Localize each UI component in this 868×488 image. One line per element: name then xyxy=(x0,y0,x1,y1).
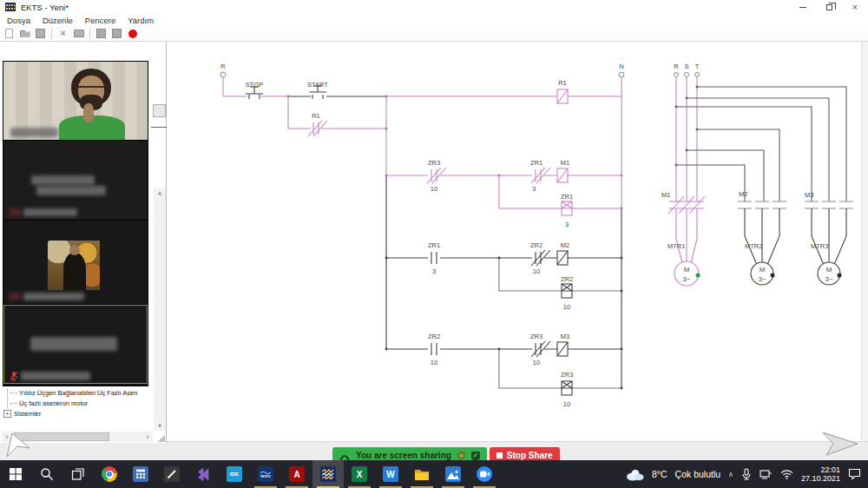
panel-collapse-button[interactable] xyxy=(153,104,166,117)
clock-date: 27.10.2021 xyxy=(801,474,840,483)
participant-name-redacted xyxy=(23,208,77,216)
taskbar-calculator[interactable] xyxy=(125,460,156,488)
panel-resize-grip[interactable] xyxy=(155,432,165,442)
print-icon xyxy=(74,30,84,37)
task-view-icon xyxy=(71,467,85,481)
close-button[interactable]: × xyxy=(842,0,868,14)
excel-icon: X xyxy=(352,466,367,482)
run-record-icon xyxy=(128,30,137,38)
festo-icon: FESTO xyxy=(258,466,273,482)
component-tree: Yıldız Üçgen Bağlanabilen Üç Fazlı Asen … xyxy=(3,387,153,419)
mic-muted-icon xyxy=(10,371,18,381)
video-tile-active-speaker[interactable] xyxy=(3,305,148,384)
open-folder-icon xyxy=(20,30,30,37)
search-icon xyxy=(40,467,54,481)
annotation-icon[interactable] xyxy=(457,452,465,459)
taskbar-zoom[interactable] xyxy=(469,460,500,488)
menu-pencere[interactable]: Pencere xyxy=(85,16,115,25)
menu-dosya[interactable]: Dosya xyxy=(7,16,30,25)
ide-icon: IDE xyxy=(227,466,242,482)
weather-condition[interactable]: Çok bulutlu xyxy=(675,469,721,479)
zoom-icon xyxy=(477,466,492,482)
microphone-icon[interactable] xyxy=(741,468,752,480)
taskbar-festo[interactable]: FESTO xyxy=(250,460,281,488)
stop-share-label: Stop Share xyxy=(507,451,553,460)
taskbar-file-explorer[interactable] xyxy=(406,460,437,488)
taskbar-ekts-active[interactable] xyxy=(312,460,344,488)
stop-sim-button[interactable] xyxy=(110,28,123,40)
tray-chevron-icon[interactable]: ∧ xyxy=(728,471,733,478)
scroll-down-arrow[interactable]: ∨ xyxy=(154,419,166,431)
panel-vertical-scrollbar[interactable]: ∧ ∨ xyxy=(154,188,166,431)
taskbar: IDE FESTO A xyxy=(0,460,868,488)
open-file-button[interactable] xyxy=(18,28,31,40)
mic-muted-redacted xyxy=(9,293,21,300)
new-file-icon xyxy=(5,29,13,38)
wifi-icon[interactable] xyxy=(780,469,793,479)
tree-item-sistemler[interactable]: + Sistemler xyxy=(3,408,153,419)
menu-duzenle[interactable]: Düzenle xyxy=(43,16,73,25)
acrobat-icon: A xyxy=(289,466,305,482)
phone-icon xyxy=(339,451,350,461)
taskbar-snip-pen[interactable] xyxy=(156,460,187,488)
chrome-icon xyxy=(102,466,117,482)
taskbar-acrobat[interactable]: A xyxy=(281,460,312,488)
weather-temp[interactable]: 8°C xyxy=(652,469,667,479)
menu-yardim[interactable]: Yardım xyxy=(128,16,154,25)
taskbar-excel[interactable]: X xyxy=(344,460,375,488)
file-explorer-icon xyxy=(414,468,430,481)
run-sim-button[interactable] xyxy=(126,28,139,40)
print-button[interactable] xyxy=(72,28,85,40)
taskbar-chrome[interactable] xyxy=(94,460,125,488)
share-status-text: You are screen sharing xyxy=(356,451,451,460)
menu-bar: Dosya Düzenle Pencere Yardım xyxy=(0,14,868,26)
canvas-vertical-scrollbar[interactable] xyxy=(861,42,868,441)
tree-item-label: Yıldız Üçgen Bağlanabilen Üç Fazlı Asen xyxy=(19,389,137,397)
ekts-icon xyxy=(320,466,336,482)
tree-expander-icon[interactable]: + xyxy=(3,410,11,418)
panel-horizontal-scrollbar[interactable]: ‹ › xyxy=(2,432,153,442)
save-button[interactable] xyxy=(34,28,47,40)
action-center-icon[interactable] xyxy=(848,468,861,480)
restore-button[interactable] xyxy=(816,0,842,14)
video-tile-profile-photo[interactable] xyxy=(3,221,148,305)
tree-item-label: Sistemler xyxy=(14,410,41,418)
tree-item-uc-fazli-motor[interactable]: Üç fazlı asenkron motor xyxy=(3,398,153,408)
tree-dash xyxy=(10,403,17,404)
security-shield-icon[interactable]: ✓ xyxy=(471,452,480,460)
video-tile-webcam[interactable] xyxy=(3,62,148,141)
participant-name-redacted xyxy=(21,372,90,380)
ethernet-icon[interactable] xyxy=(760,469,773,479)
panel-divider xyxy=(151,127,167,128)
taskbar-search-button[interactable] xyxy=(31,460,62,488)
video-tile-no-video[interactable] xyxy=(3,141,148,221)
scrollbar-thumb[interactable] xyxy=(14,432,109,441)
taskbar-clock[interactable]: 22:01 27.10.2021 xyxy=(801,465,840,483)
start-button[interactable] xyxy=(0,460,31,488)
delete-icon: × xyxy=(60,29,65,38)
restore-icon xyxy=(826,4,832,10)
tree-item-yildiz-ucgen[interactable]: Yıldız Üçgen Bağlanabilen Üç Fazlı Asen xyxy=(3,387,153,398)
pause-sim-button[interactable] xyxy=(95,28,108,40)
delete-button[interactable]: × xyxy=(56,28,69,40)
task-view-button[interactable] xyxy=(62,460,94,488)
taskbar-ide[interactable]: IDE xyxy=(219,460,250,488)
participant-name-redacted xyxy=(10,128,58,137)
scroll-right-arrow[interactable]: › xyxy=(142,432,153,442)
mic-muted-redacted xyxy=(9,208,21,216)
tree-dash xyxy=(10,392,17,393)
clock-time: 22:01 xyxy=(801,465,840,474)
title-bar: EKTS - Yeni* × xyxy=(0,0,868,14)
taskbar-photos[interactable] xyxy=(437,460,469,488)
minimize-button[interactable] xyxy=(790,0,816,14)
taskbar-visual-studio[interactable] xyxy=(187,460,219,488)
app-icon xyxy=(5,3,16,11)
scroll-up-arrow[interactable]: ∧ xyxy=(154,188,166,199)
save-icon xyxy=(36,29,45,38)
window-title: EKTS - Yeni* xyxy=(21,3,69,12)
new-file-button[interactable] xyxy=(3,28,16,40)
scroll-left-arrow[interactable]: ‹ xyxy=(2,432,12,442)
word-icon: W xyxy=(383,466,398,482)
taskbar-word[interactable]: W xyxy=(375,460,406,488)
calculator-icon xyxy=(133,466,148,482)
